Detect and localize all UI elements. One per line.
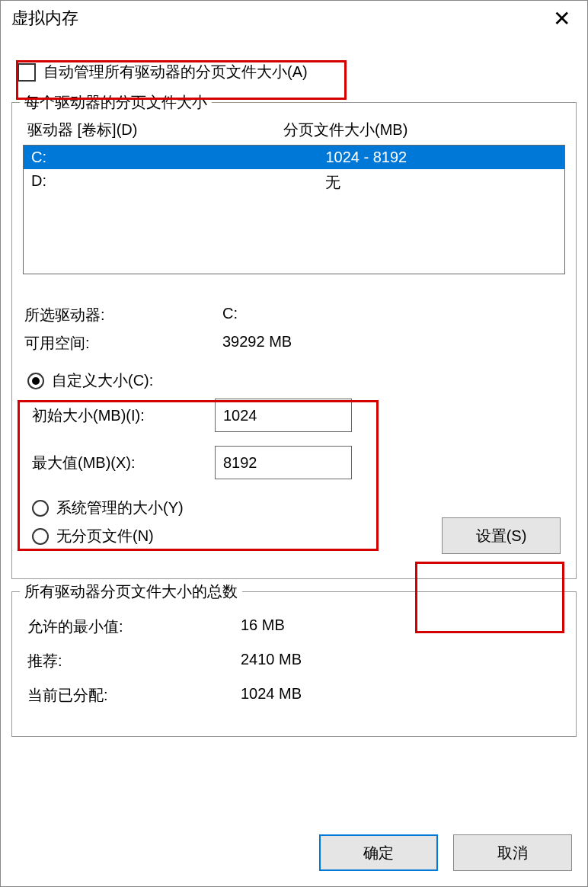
dialog-buttons: 确定 取消	[319, 834, 572, 871]
radio-circle-icon	[32, 500, 49, 517]
selected-drive-value: C:	[222, 305, 564, 325]
ok-button-label: 确定	[363, 843, 394, 863]
radio-custom-label: 自定义大小(C):	[52, 370, 153, 391]
recommended-value: 2410 MB	[241, 651, 561, 671]
radio-no-pagefile[interactable]: 无分页文件(N)	[32, 526, 422, 546]
radio-system-label: 系统管理的大小(Y)	[56, 498, 184, 518]
min-allowed-value: 16 MB	[241, 616, 561, 637]
drive-row-c[interactable]: C: 1024 - 8192	[24, 146, 564, 169]
selected-drive-label: 所选驱动器:	[24, 305, 222, 325]
initial-size-input[interactable]	[215, 399, 352, 432]
drive-list[interactable]: C: 1024 - 8192 D: 无	[23, 145, 565, 274]
set-button[interactable]: 设置(S)	[442, 517, 561, 554]
max-size-input[interactable]	[215, 446, 352, 479]
recommended-label: 推荐:	[27, 651, 241, 671]
auto-manage-checkbox-row[interactable]: 自动管理所有驱动器的分页文件大小(A)	[11, 50, 577, 94]
per-drive-legend: 每个驱动器的分页文件大小	[20, 92, 212, 113]
col-size-header: 分页文件大小(MB)	[283, 120, 561, 140]
selected-drive-info: 所选驱动器: C: 可用空间: 39292 MB	[23, 305, 565, 354]
close-button[interactable]: ✕	[546, 7, 577, 30]
titlebar: 虚拟内存 ✕	[1, 1, 587, 36]
close-icon: ✕	[553, 6, 570, 31]
drive-size: 1024 - 8192	[325, 149, 557, 166]
free-space-value: 39292 MB	[222, 333, 564, 354]
currently-allocated-label: 当前已分配:	[27, 685, 241, 706]
set-button-label: 设置(S)	[476, 526, 527, 546]
min-allowed-label: 允许的最小值:	[27, 616, 241, 637]
currently-allocated-value: 1024 MB	[241, 685, 561, 706]
window-title: 虚拟内存	[11, 7, 78, 30]
radio-dot-icon	[32, 377, 40, 385]
radio-none-label: 无分页文件(N)	[56, 526, 154, 546]
size-radio-section: 自定义大小(C): 初始大小(MB)(I): 最大值(MB)(X): 系统管理的…	[23, 361, 565, 568]
drive-size: 无	[325, 172, 557, 193]
free-space-label: 可用空间:	[24, 333, 222, 354]
auto-manage-checkbox[interactable]	[18, 63, 36, 82]
col-drive-header: 驱动器 [卷标](D)	[27, 120, 283, 140]
cancel-button-label: 取消	[497, 843, 528, 863]
radio-system-managed[interactable]: 系统管理的大小(Y)	[32, 498, 422, 518]
initial-size-label: 初始大小(MB)(I):	[27, 405, 215, 426]
per-drive-groupbox: 每个驱动器的分页文件大小 驱动器 [卷标](D) 分页文件大小(MB) C: 1…	[11, 102, 577, 579]
drive-row-d[interactable]: D: 无	[24, 169, 564, 196]
totals-legend: 所有驱动器分页文件大小的总数	[20, 581, 242, 602]
radio-circle-icon	[32, 528, 49, 545]
radio-circle-icon	[27, 373, 44, 389]
totals-groupbox: 所有驱动器分页文件大小的总数 允许的最小值: 16 MB 推荐: 2410 MB…	[11, 591, 577, 737]
drive-name: C:	[31, 149, 325, 166]
drive-name: D:	[31, 172, 325, 193]
radio-custom-size[interactable]: 自定义大小(C):	[27, 370, 561, 391]
ok-button[interactable]: 确定	[319, 834, 438, 871]
drive-list-header: 驱动器 [卷标](D) 分页文件大小(MB)	[23, 112, 565, 145]
max-size-label: 最大值(MB)(X):	[27, 453, 215, 473]
auto-manage-label: 自动管理所有驱动器的分页文件大小(A)	[43, 62, 308, 82]
cancel-button[interactable]: 取消	[453, 834, 572, 871]
